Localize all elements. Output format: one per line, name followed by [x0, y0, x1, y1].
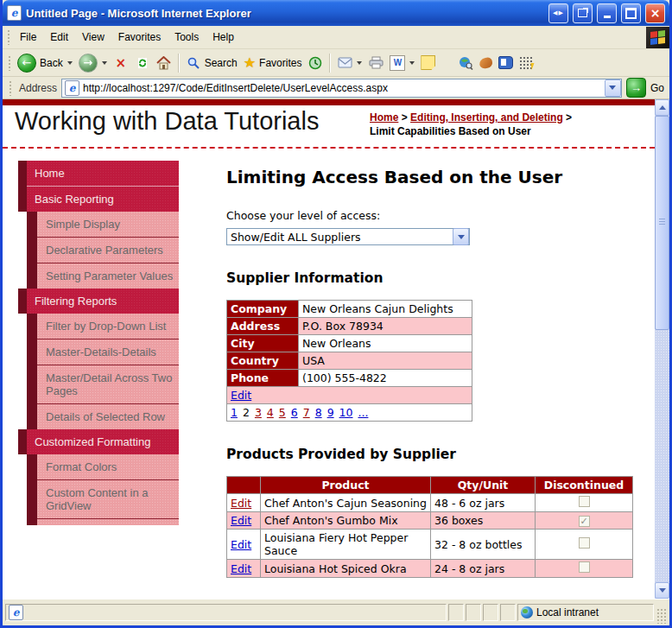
- sidebar-item-filter-by-dropdown-list[interactable]: Filter by Drop-Down List: [18, 314, 179, 339]
- pager-page-7[interactable]: 7: [303, 406, 310, 419]
- address-url: http://localhost:1297/Code/EditInsertDel…: [83, 82, 601, 94]
- product-edit-link[interactable]: Edit: [231, 514, 251, 527]
- search-icon: [186, 55, 201, 71]
- stop-icon: ×: [113, 55, 129, 71]
- stop-button[interactable]: ×: [111, 54, 131, 73]
- back-button[interactable]: ← Back: [15, 52, 75, 74]
- pager-page-4[interactable]: 4: [267, 406, 274, 419]
- address-dropdown-button[interactable]: [605, 79, 621, 97]
- supplier-edit-link[interactable]: Edit: [231, 389, 251, 402]
- discontinued-checkbox: [579, 496, 590, 507]
- research-button[interactable]: [477, 56, 495, 70]
- table-row: Edit: [227, 387, 472, 404]
- book-search-icon: [498, 56, 513, 69]
- product-edit-link[interactable]: Edit: [231, 538, 251, 551]
- address-label: Address: [19, 82, 57, 94]
- sidebar-item-filtering-reports[interactable]: Filtering Reports: [18, 289, 179, 314]
- sidebar-item-simple-display[interactable]: Simple Display: [18, 212, 179, 237]
- supplier-section-title: Supplier Information: [226, 270, 643, 286]
- status-main-pane: e: [5, 604, 447, 621]
- messenger-icon: [519, 56, 532, 69]
- menubar-grip[interactable]: [7, 29, 10, 45]
- browser-window: e Untitled Page - Microsoft Internet Exp…: [0, 0, 672, 628]
- scrollbar-track[interactable]: [655, 330, 669, 582]
- maximize-button[interactable]: [621, 3, 641, 23]
- pager-page-6[interactable]: 6: [291, 406, 298, 419]
- resize-grip[interactable]: [656, 608, 667, 624]
- main-content: Limiting Access Based on the User Choose…: [226, 161, 643, 578]
- sidebar-item-customized-formatting[interactable]: Customized Formatting: [18, 429, 179, 454]
- toolbar-grip[interactable]: [8, 55, 11, 71]
- pager-page-3[interactable]: 3: [255, 406, 262, 419]
- note-icon: [421, 55, 435, 70]
- sidebar-item-clipped[interactable]: Custom Content in a: [18, 518, 179, 525]
- windows-logo-icon: [646, 27, 669, 48]
- sidebar-item-custom-content-gridview[interactable]: Custom Content in a GridView: [18, 479, 179, 518]
- sidebar-item-declarative-parameters[interactable]: Declarative Parameters: [18, 237, 179, 263]
- pager-page-9[interactable]: 9: [327, 406, 334, 419]
- messenger-button[interactable]: [517, 54, 535, 71]
- minimize-button[interactable]: [597, 3, 617, 23]
- product-edit-link[interactable]: Edit: [231, 562, 251, 575]
- home-button[interactable]: [154, 54, 174, 73]
- menu-edit[interactable]: Edit: [43, 28, 75, 47]
- mail-button[interactable]: [334, 54, 365, 73]
- address-input[interactable]: e http://localhost:1297/Code/EditInsertD…: [61, 79, 622, 98]
- go-button[interactable]: →: [626, 78, 646, 98]
- sidebar-item-home[interactable]: Home: [18, 161, 179, 186]
- addressbar-grip[interactable]: [9, 80, 12, 96]
- toolbar-separator: [329, 54, 331, 73]
- edit-with-word-button[interactable]: W: [387, 54, 417, 73]
- web-page: Working with Data Tutorials Home > Editi…: [3, 99, 655, 599]
- sidebar-item-basic-reporting[interactable]: Basic Reporting: [18, 186, 179, 212]
- back-dropdown-icon[interactable]: [67, 61, 73, 65]
- table-row: City New Orleans: [227, 335, 472, 352]
- close-button[interactable]: ×: [645, 3, 665, 23]
- access-level-select[interactable]: Show/Edit ALL Suppliers: [226, 228, 470, 245]
- menu-tools[interactable]: Tools: [168, 28, 206, 47]
- sidebar-item-master-details-details[interactable]: Master-Details-Details: [18, 339, 179, 365]
- forward-dropdown-icon[interactable]: [102, 61, 107, 65]
- pager-page-8[interactable]: 8: [315, 406, 322, 419]
- refresh-button[interactable]: [132, 54, 153, 73]
- sidebar-item-details-of-selected-row[interactable]: Details of Selected Row: [18, 403, 179, 429]
- breadcrumb-home-link[interactable]: Home: [370, 111, 398, 124]
- back-label: Back: [40, 57, 63, 69]
- favorites-button[interactable]: ★ Favorites: [241, 53, 305, 73]
- status-pane: [448, 604, 464, 621]
- sidebar-item-format-colors[interactable]: Format Colors: [18, 454, 179, 479]
- menu-bar: File Edit View Favorites Tools Help: [3, 26, 669, 49]
- product-edit-link[interactable]: Edit: [231, 497, 251, 510]
- scrollbar-thumb[interactable]: [655, 116, 669, 330]
- history-button[interactable]: [305, 54, 326, 73]
- select-dropdown-icon[interactable]: [453, 228, 469, 245]
- pan-button[interactable]: ◀▶: [548, 3, 568, 23]
- edit-dropdown-icon[interactable]: [409, 61, 415, 65]
- search-button[interactable]: Search: [183, 54, 240, 73]
- pager-row: 12345678910...: [227, 404, 472, 422]
- discuss-button[interactable]: [418, 54, 438, 72]
- pager-page-5[interactable]: 5: [279, 406, 286, 419]
- print-button[interactable]: [365, 54, 386, 73]
- encarta-button[interactable]: [496, 54, 516, 71]
- pop-out-button[interactable]: [573, 3, 593, 23]
- pager-page-10[interactable]: 10: [339, 406, 353, 419]
- breadcrumb-section-link[interactable]: Editing, Inserting, and Deleting: [410, 111, 563, 124]
- pager-page-1[interactable]: 1: [231, 406, 238, 419]
- content-area: Working with Data Tutorials Home > Editi…: [3, 99, 669, 599]
- menu-help[interactable]: Help: [206, 28, 241, 47]
- pager-more[interactable]: ...: [358, 406, 368, 419]
- forward-button[interactable]: →: [76, 52, 110, 74]
- pager-page-2-current: 2: [243, 406, 250, 419]
- sidebar-item-setting-parameter-values[interactable]: Setting Parameter Values: [18, 263, 179, 289]
- web-search-button[interactable]: [455, 54, 476, 73]
- vertical-scrollbar[interactable]: [655, 99, 669, 599]
- scroll-down-button[interactable]: [655, 582, 669, 599]
- scroll-up-button[interactable]: [655, 99, 669, 116]
- mail-dropdown-icon[interactable]: [357, 61, 362, 65]
- menu-view[interactable]: View: [75, 28, 111, 47]
- menu-file[interactable]: File: [13, 28, 43, 47]
- access-level-label: Choose your level of access:: [226, 209, 643, 222]
- sidebar-item-master-detail-across-two-pages[interactable]: Master/Detail Across Two Pages: [18, 365, 179, 403]
- menu-favorites[interactable]: Favorites: [111, 28, 168, 47]
